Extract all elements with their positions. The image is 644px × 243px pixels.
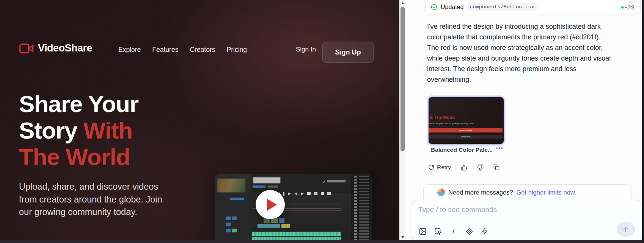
- composer-toolbar: /: [418, 227, 489, 236]
- send-button[interactable]: [617, 222, 635, 237]
- website-preview-panel: VideoShare Explore Features Creators Pri…: [0, 0, 399, 243]
- select-element-icon: [434, 227, 442, 235]
- diff-count: 29: [628, 4, 634, 10]
- chat-composer[interactable]: /: [412, 200, 641, 242]
- thumbs-down-icon: [477, 164, 484, 171]
- nav-features[interactable]: Features: [152, 46, 178, 54]
- diff-plus: +: [621, 4, 624, 10]
- thumbs-up-icon: [461, 164, 467, 171]
- version-title[interactable]: Balanced Color Pale...: [431, 146, 493, 153]
- hero-subtitle: Upload, share, and discover videos from …: [19, 181, 182, 219]
- hero-heading: Share Your Story With The World: [19, 91, 209, 170]
- thumbs-down-button[interactable]: [477, 164, 484, 171]
- hero-line1: Share Your: [19, 91, 138, 117]
- right-window-edge: [642, 0, 644, 243]
- nav-explore[interactable]: Explore: [118, 46, 141, 54]
- send-arrow-icon: [622, 226, 630, 233]
- scrollbar-down-arrow[interactable]: [399, 234, 406, 240]
- copy-icon: [493, 164, 499, 170]
- image-icon: [419, 227, 427, 235]
- diamonds-icon: [465, 227, 473, 235]
- editor-file-list: [351, 174, 372, 243]
- thumb-secondary-button: Watch now: [429, 135, 503, 139]
- editor-transport-controls: [271, 192, 346, 196]
- retry-button[interactable]: Retry: [428, 164, 451, 171]
- scrollbar-thumb[interactable]: [401, 7, 405, 151]
- usage-pie-icon: [437, 188, 445, 196]
- brand-logo[interactable]: VideoShare: [19, 42, 92, 54]
- editor-nature-thumbnail: [217, 179, 245, 192]
- attach-image-button[interactable]: [418, 227, 427, 236]
- hero-line2-red: With: [83, 117, 133, 143]
- get-higher-limits-link[interactable]: Get higher limits now.: [517, 189, 576, 196]
- main-nav: Explore Features Creators Pricing: [118, 46, 247, 54]
- version-preview-thumbnail[interactable]: th The World around the globe. Join our …: [428, 97, 504, 145]
- slash-icon: /: [452, 227, 454, 235]
- select-element-button[interactable]: [434, 227, 443, 236]
- site-header: VideoShare Explore Features Creators Pri…: [0, 0, 399, 64]
- hero-line3: The World: [19, 144, 130, 170]
- video-editor-preview-image: [215, 174, 372, 243]
- retry-label: Retry: [437, 164, 451, 171]
- check-circle-icon: [431, 4, 437, 10]
- thumb-primary-button: Upload a video: [429, 128, 503, 132]
- play-icon: [267, 199, 277, 211]
- updated-file-card[interactable]: Updated components/Button.tsx + - 29: [425, 0, 641, 14]
- chat-panel: Updated components/Button.tsx + - 29 I'v…: [406, 0, 644, 243]
- thumb-subtext-fragment: around the globe. Join our growing commu…: [429, 122, 474, 125]
- brand-name: VideoShare: [38, 42, 92, 54]
- copy-button[interactable]: [493, 164, 499, 170]
- updated-label: Updated: [441, 4, 464, 11]
- integrations-button[interactable]: [465, 227, 474, 236]
- play-button[interactable]: [256, 190, 285, 219]
- nav-creators[interactable]: Creators: [190, 46, 215, 54]
- lightning-icon: [481, 227, 488, 235]
- thumbs-up-button[interactable]: [461, 164, 467, 171]
- hero-line2-white: Story: [19, 117, 83, 143]
- bottom-window-edge: [0, 240, 644, 243]
- thumb-heading-fragment: th The World: [429, 115, 455, 120]
- assistant-message: I've refined the design by introducing a…: [427, 21, 644, 85]
- vertical-scrollbar[interactable]: [399, 0, 406, 243]
- quick-actions-button[interactable]: [480, 227, 489, 236]
- message-actions: Retry: [428, 164, 499, 171]
- editor-audio-track: [252, 232, 341, 236]
- scrollbar-up-arrow[interactable]: [399, 0, 406, 6]
- sign-in-link[interactable]: Sign In: [296, 46, 316, 53]
- video-camera-icon: [19, 43, 34, 54]
- updated-file-path: components/Button.tsx: [467, 3, 537, 11]
- nav-pricing[interactable]: Pricing: [227, 46, 247, 54]
- sign-up-button[interactable]: Sign Up: [322, 42, 374, 63]
- diff-stats: + - 29: [621, 4, 634, 10]
- retry-icon: [428, 164, 434, 170]
- diff-minus: -: [625, 4, 627, 10]
- chat-input[interactable]: [418, 206, 631, 214]
- screenshot-root: VideoShare Explore Features Creators Pri…: [0, 0, 644, 243]
- slash-commands-button[interactable]: /: [449, 227, 458, 236]
- limits-text: Need more messages?: [448, 189, 513, 196]
- version-menu-dots[interactable]: •••: [496, 145, 504, 151]
